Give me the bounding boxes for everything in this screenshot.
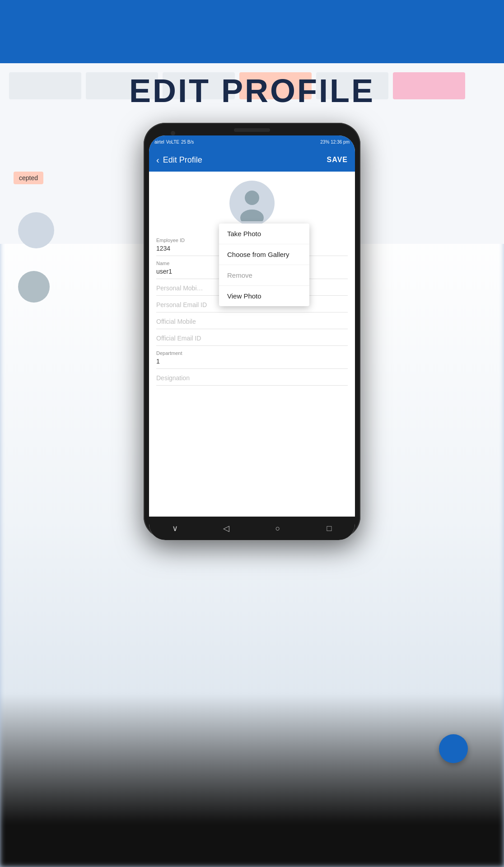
bg-top-bar [0, 0, 504, 63]
field-official-mobile[interactable]: Official Mobile [156, 312, 348, 329]
network-type: VoLTE [166, 140, 179, 144]
placeholder-official-mobile[interactable]: Official Mobile [156, 317, 348, 326]
svg-point-0 [245, 191, 259, 205]
speed-label: 25 B/s [181, 140, 194, 144]
nav-home-button[interactable]: ○ [269, 519, 287, 537]
label-department: Department [156, 350, 348, 356]
app-bar-left: ‹ Edit Profile [156, 155, 202, 165]
status-bar-right: 23% 12:36 pm [320, 140, 350, 144]
bg-card-1 [9, 72, 81, 99]
field-department[interactable]: Department 1 [156, 346, 348, 369]
placeholder-designation[interactable]: Designation [156, 373, 348, 382]
nav-recents-button[interactable]: □ [320, 519, 338, 537]
battery-label: 23% [320, 140, 329, 144]
back-button[interactable]: ‹ [156, 155, 159, 165]
fab-button [439, 734, 468, 763]
nav-chevron-button[interactable]: ∨ [166, 519, 184, 537]
avatar-icon [234, 185, 270, 221]
phone-wrapper: airtel VoLTE 25 B/s 23% 12:36 pm ‹ Edit … [144, 123, 360, 538]
save-button[interactable]: SAVE [327, 156, 348, 164]
nav-back-button[interactable]: ◁ [217, 519, 235, 537]
bottom-nav: ∨ ◁ ○ □ [149, 517, 355, 540]
bg-circle-avatar-1 [18, 212, 54, 248]
bg-accepted-badge: cepted [14, 172, 43, 184]
avatar-circle[interactable] [229, 181, 275, 226]
bg-circle-avatar-2 [18, 271, 50, 303]
placeholder-official-email[interactable]: Official Email ID [156, 334, 348, 343]
app-bar-title: Edit Profile [163, 155, 202, 165]
field-designation[interactable]: Designation [156, 369, 348, 386]
screen-content: Take Photo Choose from Gallery Remove Vi… [149, 172, 355, 517]
context-menu-choose-gallery[interactable]: Choose from Gallery [219, 244, 309, 265]
phone-outer: airtel VoLTE 25 B/s 23% 12:36 pm ‹ Edit … [144, 123, 360, 538]
page-title: EDIT PROFILE [129, 72, 375, 109]
status-bar: airtel VoLTE 25 B/s 23% 12:36 pm [149, 135, 355, 148]
field-official-email[interactable]: Official Email ID [156, 329, 348, 346]
context-menu-remove[interactable]: Remove [219, 265, 309, 286]
bg-card-pink [393, 72, 465, 99]
phone-speaker [234, 128, 270, 132]
context-menu-take-photo[interactable]: Take Photo [219, 224, 309, 244]
value-department[interactable]: 1 [156, 357, 348, 366]
phone-camera [171, 131, 175, 135]
svg-point-1 [240, 210, 264, 221]
time-label: 12:36 pm [331, 140, 350, 144]
carrier-label: airtel [154, 140, 164, 144]
app-bar: ‹ Edit Profile SAVE [149, 148, 355, 172]
context-menu: Take Photo Choose from Gallery Remove Vi… [219, 224, 309, 306]
status-bar-left: airtel VoLTE 25 B/s [154, 140, 194, 144]
context-menu-view-photo[interactable]: View Photo [219, 286, 309, 306]
phone-screen: airtel VoLTE 25 B/s 23% 12:36 pm ‹ Edit … [149, 135, 355, 540]
page-title-area: EDIT PROFILE [129, 72, 375, 109]
